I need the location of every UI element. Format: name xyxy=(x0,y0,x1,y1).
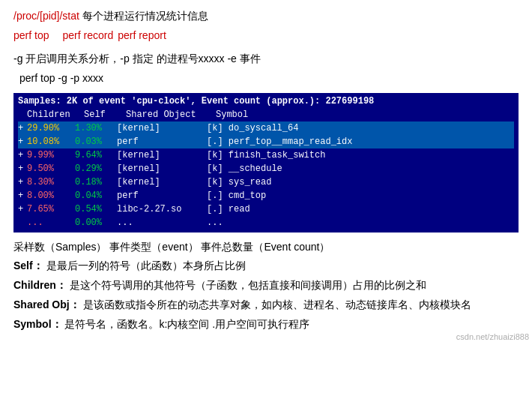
shared-label: Shared Obj： xyxy=(13,298,80,310)
self-val: 9.64% xyxy=(75,148,117,162)
symbol-desc-text: 是符号名，函数名。k:内核空间 .用户空间可执行程序 xyxy=(64,318,309,330)
plus-icon: + xyxy=(18,189,27,202)
self-val: 0.29% xyxy=(75,162,117,176)
plus-icon: + xyxy=(18,135,27,148)
col-headers: Children Self Shared Object Symbol xyxy=(18,108,514,122)
self-val: 0.00% xyxy=(75,216,117,230)
shared-val: libc-2.27.so xyxy=(117,202,207,216)
self-val: 0.54% xyxy=(75,202,117,216)
proc-desc: 每个进程运行情况统计信息 xyxy=(82,10,208,22)
children-val: 10.08% xyxy=(27,135,75,148)
shared-val: perf xyxy=(117,189,207,202)
plus-icon: + xyxy=(18,176,27,189)
children-val: ... xyxy=(27,216,75,230)
self-desc-line: Self： 是最后一列的符号（此函数）本身所占比例 xyxy=(13,257,519,275)
table-row: + 8.30% 0.18% [kernel] [k] sys_read xyxy=(18,176,514,189)
terminal-block: Samples: 2K of event 'cpu-clock', Event … xyxy=(13,93,519,232)
shared-val: [kernel] xyxy=(117,148,207,162)
table-row: + 10.08% 0.03% perf [.] perf_top__mmap_r… xyxy=(18,135,514,148)
table-row: + 8.00% 0.04% perf [.] cmd_top xyxy=(18,189,514,202)
shared-val: [kernel] xyxy=(117,122,207,135)
plus-icon: + xyxy=(18,202,27,216)
symbol-desc-line: Symbol： 是符号名，函数名。k:内核空间 .用户空间可执行程序 xyxy=(13,316,519,334)
flag-desc: -g 开启调用关系分析，-p 指定 的进程号xxxxx -e 事件 xyxy=(13,52,261,64)
plus-icon: + xyxy=(18,148,27,162)
symbol-val: [.] perf_top__mmap_read_idx xyxy=(207,135,514,148)
perf-report-cmd: perf report xyxy=(118,27,166,44)
shared-val: [kernel] xyxy=(117,162,207,176)
children-val: 7.65% xyxy=(27,202,75,216)
children-val: 9.50% xyxy=(27,162,75,176)
symbol-val: [.] cmd_top xyxy=(207,189,514,202)
col-self-header: Self xyxy=(84,110,126,120)
shared-desc-line: Shared Obj： 是该函数或指令所在的动态共享对象，如内核、进程名、动态链… xyxy=(13,296,519,314)
table-row: ... 0.00% ... ... xyxy=(18,216,514,230)
children-val: 9.99% xyxy=(27,148,75,162)
symbol-val: [k] __schedule xyxy=(207,162,514,176)
perf-record-cmd: perf record xyxy=(62,27,113,44)
col-shared-header: Shared Object xyxy=(126,110,216,120)
table-row: + 9.99% 9.64% [kernel] [k] finish_task_s… xyxy=(18,148,514,162)
self-val: 0.04% xyxy=(75,189,117,202)
symbol-val: [.] read xyxy=(207,202,514,216)
symbol-val: ... xyxy=(207,216,514,230)
col-symbol-header: Symbol xyxy=(216,110,514,120)
table-row: + 9.50% 0.29% [kernel] [k] __schedule xyxy=(18,162,514,176)
shared-val: ... xyxy=(117,216,207,230)
samples-line: Samples: 2K of event 'cpu-clock', Event … xyxy=(18,96,514,106)
symbol-val: [k] do_syscall_64 xyxy=(207,122,514,135)
self-label: Self： xyxy=(13,260,43,272)
symbol-label: Symbol： xyxy=(13,318,62,330)
table-row: + 29.90% 1.30% [kernel] [k] do_syscall_6… xyxy=(18,122,514,135)
plus-icon: + xyxy=(18,162,27,176)
symbol-val: [k] finish_task_switch xyxy=(207,148,514,162)
terminal-rows: + 29.90% 1.30% [kernel] [k] do_syscall_6… xyxy=(18,122,514,230)
children-label: Children： xyxy=(13,279,67,291)
example-cmd: perf top -g -p xxxx xyxy=(19,72,103,84)
self-val: 0.03% xyxy=(75,135,117,148)
shared-desc-text: 是该函数或指令所在的动态共享对象，如内核、进程名、动态链接库名、内核模块名 xyxy=(83,298,471,310)
shared-val: perf xyxy=(117,135,207,148)
self-val: 0.18% xyxy=(75,176,117,189)
children-desc-text: 是这个符号调用的其他符号（子函数，包括直接和间接调用）占用的比例之和 xyxy=(70,279,426,291)
symbol-val: [k] sys_read xyxy=(207,176,514,189)
children-desc-line: Children： 是这个符号调用的其他符号（子函数，包括直接和间接调用）占用的… xyxy=(13,277,519,295)
children-val: 8.30% xyxy=(27,176,75,189)
proc-path: /proc/[pid]/stat xyxy=(13,10,79,22)
sampling-desc: 采样数（Samples） 事件类型（event） 事件总数量（Event cou… xyxy=(13,238,519,256)
table-row: + 7.65% 0.54% libc-2.27.so [.] read xyxy=(18,202,514,216)
plus-icon: + xyxy=(18,122,27,135)
self-val: 1.30% xyxy=(75,122,117,135)
self-desc-text: 是最后一列的符号（此函数）本身所占比例 xyxy=(46,260,246,272)
col-children-header: Children xyxy=(27,110,84,120)
desc-section: 采样数（Samples） 事件类型（event） 事件总数量（Event cou… xyxy=(13,238,519,334)
shared-val: [kernel] xyxy=(117,176,207,189)
children-val: 29.90% xyxy=(27,122,75,135)
watermark: csdn.net/zhuaizi888 xyxy=(453,331,532,343)
children-val: 8.00% xyxy=(27,189,75,202)
perf-top-cmd: perf top xyxy=(13,27,49,44)
